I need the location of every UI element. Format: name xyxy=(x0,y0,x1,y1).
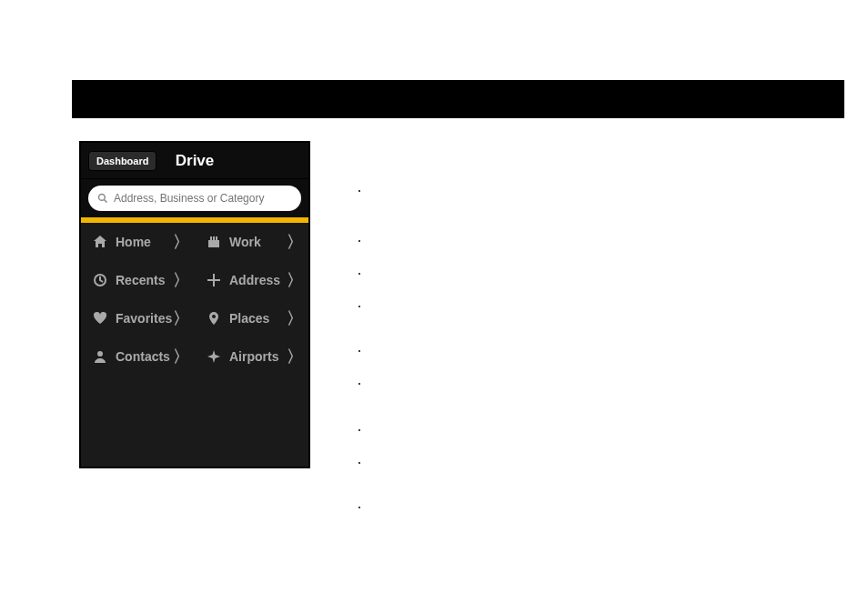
app-topbar: Dashboard Drive xyxy=(81,143,308,179)
grid-item-label: Favorites xyxy=(116,311,173,326)
svg-point-7 xyxy=(97,351,103,357)
grid-item-label: Recents xyxy=(116,273,173,287)
back-button[interactable]: Dashboard xyxy=(88,151,156,171)
person-icon xyxy=(90,349,110,364)
search-wrap xyxy=(81,179,308,217)
search-input[interactable] xyxy=(114,192,292,205)
home-icon xyxy=(90,235,110,249)
grid-item-label: Work xyxy=(229,235,287,249)
grid-item-favorites[interactable]: Favorites 〉 xyxy=(81,299,195,337)
chevron-right-icon: 〉 xyxy=(287,269,303,291)
airplane-icon xyxy=(204,349,224,364)
search-field[interactable] xyxy=(88,186,301,211)
grid-item-airports[interactable]: Airports 〉 xyxy=(195,337,308,376)
chevron-right-icon: 〉 xyxy=(173,346,189,367)
screen-title: Drive xyxy=(176,152,215,170)
chevron-right-icon: 〉 xyxy=(173,231,189,253)
chevron-right-icon: 〉 xyxy=(287,307,303,329)
grid-item-work[interactable]: Work 〉 xyxy=(195,223,308,261)
header-bar xyxy=(72,80,844,118)
search-icon xyxy=(97,193,108,204)
drive-grid: Home 〉 Work 〉 Recents 〉 Address 〉 Favori… xyxy=(81,223,308,376)
grid-item-label: Airports xyxy=(229,349,287,364)
svg-line-1 xyxy=(105,200,107,203)
grid-item-label: Home xyxy=(116,235,173,249)
heart-icon xyxy=(90,311,110,326)
svg-rect-2 xyxy=(208,240,219,247)
intersection-icon xyxy=(204,273,224,287)
grid-item-recents[interactable]: Recents 〉 xyxy=(81,261,195,299)
chevron-right-icon: 〉 xyxy=(173,269,189,291)
grid-item-contacts[interactable]: Contacts 〉 xyxy=(81,337,195,376)
clock-icon xyxy=(90,273,110,287)
grid-item-home[interactable]: Home 〉 xyxy=(81,223,195,261)
svg-rect-5 xyxy=(216,236,217,240)
grid-item-places[interactable]: Places 〉 xyxy=(195,299,308,337)
work-icon xyxy=(204,235,224,249)
svg-rect-4 xyxy=(213,236,215,240)
pin-icon xyxy=(204,311,224,326)
grid-item-label: Places xyxy=(229,311,287,326)
phone-frame: Dashboard Drive Home 〉 Work 〉 Recents 〉 xyxy=(79,141,310,468)
chevron-right-icon: 〉 xyxy=(173,307,189,329)
grid-item-label: Contacts xyxy=(116,349,173,364)
chevron-right-icon: 〉 xyxy=(287,346,303,367)
grid-item-address[interactable]: Address 〉 xyxy=(195,261,308,299)
back-button-label: Dashboard xyxy=(96,156,148,166)
svg-rect-3 xyxy=(210,236,212,240)
chevron-right-icon: 〉 xyxy=(287,231,303,253)
svg-point-0 xyxy=(99,195,106,201)
grid-item-label: Address xyxy=(229,273,287,287)
